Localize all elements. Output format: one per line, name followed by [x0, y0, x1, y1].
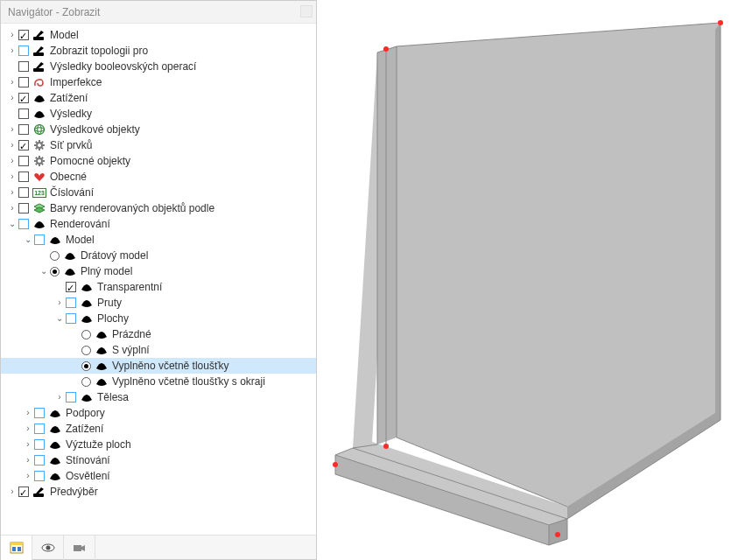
tree-item-bool[interactable]: ›Výsledky booleovských operací [1, 59, 316, 74]
expand-toggle[interactable]: › [22, 421, 34, 437]
render-icon [95, 328, 109, 340]
checkbox[interactable] [18, 187, 29, 198]
tree-item-label: Imperfekce [50, 74, 316, 90]
tree-item-trans[interactable]: ›Transparentní [1, 279, 316, 295]
expand-toggle[interactable]: › [6, 27, 18, 43]
radio[interactable] [50, 267, 60, 276]
checkbox[interactable] [18, 172, 29, 182]
expand-toggle[interactable]: › [53, 295, 66, 311]
tree-item-zat2[interactable]: ›Zatížení [1, 421, 316, 437]
tree-item-vyplt[interactable]: ›Vyplněno včetně tloušťky [1, 358, 316, 374]
3d-viewport[interactable] [318, 0, 731, 560]
tree-item-vyplto[interactable]: ›Vyplněno včetně tloušťky s okraji [1, 374, 316, 389]
tree-item-rend[interactable]: ⌄Renderování [1, 216, 316, 232]
expand-toggle[interactable]: › [6, 43, 18, 59]
expand-toggle[interactable]: › [6, 185, 18, 200]
expand-toggle[interactable]: ⌄ [6, 216, 18, 232]
tree-item-stin[interactable]: ›Stínování [1, 452, 316, 468]
checkbox[interactable] [18, 140, 29, 150]
render-icon [48, 454, 62, 466]
expand-toggle[interactable]: › [6, 484, 18, 500]
expand-toggle[interactable]: › [6, 122, 18, 137]
expand-toggle[interactable]: › [6, 153, 18, 169]
checkbox[interactable] [18, 124, 29, 135]
tree-item-imperf[interactable]: ›Imperfekce [1, 74, 316, 90]
tree-item-prazdne[interactable]: ›Prázdné [1, 326, 316, 342]
checkbox[interactable] [34, 424, 45, 434]
expand-toggle[interactable]: › [6, 137, 18, 153]
checkbox[interactable] [66, 282, 76, 292]
radio[interactable] [81, 330, 91, 340]
checkbox[interactable] [18, 61, 29, 72]
tree-item-plochy[interactable]: ⌄Plochy [1, 311, 316, 326]
svg-rect-1 [11, 542, 23, 545]
checkbox[interactable] [18, 108, 29, 119]
tree-item-rmodel[interactable]: ⌄Model [1, 232, 316, 248]
expand-toggle[interactable]: › [6, 74, 18, 90]
checkbox[interactable] [18, 156, 29, 166]
expand-toggle[interactable]: › [22, 452, 34, 468]
panel-close-icon[interactable] [300, 5, 313, 18]
checkbox[interactable] [18, 93, 29, 103]
tree-item-obec[interactable]: ›Obecné [1, 169, 316, 185]
expand-toggle[interactable]: › [22, 437, 34, 452]
radio[interactable] [81, 346, 91, 355]
tree-item-barvy[interactable]: ›Barvy renderovaných objektů podle [1, 200, 316, 216]
tree-item-osvet[interactable]: ›Osvětlení [1, 468, 316, 484]
radio[interactable] [50, 251, 60, 261]
tree-item-cis[interactable]: ›123Číslování [1, 185, 316, 200]
checkbox[interactable] [18, 486, 29, 497]
tree-item-label: Výsledkové objekty [50, 122, 316, 137]
expand-toggle[interactable]: ⌄ [22, 232, 34, 248]
render-icon [32, 92, 46, 104]
checkbox[interactable] [18, 219, 29, 229]
checkbox[interactable] [66, 298, 76, 308]
svg-marker-12 [377, 46, 397, 444]
tree-item-telesa[interactable]: ›Tělesa [1, 389, 316, 405]
checkbox[interactable] [34, 455, 45, 466]
tree-item-vyzt[interactable]: ›Výztuže ploch [1, 437, 316, 452]
tree-item-podpory[interactable]: ›Podpory [1, 405, 316, 421]
tree-item-topo[interactable]: ›Zobrazit topologii pro [1, 43, 316, 59]
checkbox[interactable] [18, 77, 29, 88]
expand-toggle[interactable]: › [22, 468, 34, 484]
tree-item-sit[interactable]: ›Síť prvků [1, 137, 316, 153]
expand-toggle[interactable]: › [6, 90, 18, 106]
checkbox[interactable] [34, 408, 45, 418]
expand-toggle[interactable]: › [22, 405, 34, 421]
checkbox[interactable] [18, 46, 29, 56]
checkbox[interactable] [18, 203, 29, 214]
checkbox[interactable] [34, 234, 45, 245]
svg-point-16 [718, 20, 723, 25]
tree-item-model[interactable]: ›Model [1, 27, 316, 43]
tree-item-zat[interactable]: ›Zatížení [1, 90, 316, 106]
checkbox[interactable] [66, 313, 76, 324]
tree-item-vysobj[interactable]: ›Výsledkové objekty [1, 122, 316, 137]
tree-item-label: Pruty [97, 295, 316, 311]
tree-item-plny[interactable]: ⌄Plný model [1, 263, 316, 279]
tab-layout[interactable] [1, 536, 32, 560]
tree-item-label: Model [66, 232, 316, 248]
expand-toggle[interactable]: ⌄ [38, 263, 50, 279]
tree-item-label: Pomocné objekty [50, 153, 316, 169]
expand-toggle[interactable]: › [6, 200, 18, 216]
tab-eye[interactable] [32, 536, 64, 560]
tree-item-predvyber[interactable]: ›Předvýběr [1, 484, 316, 500]
checkbox[interactable] [18, 30, 29, 40]
tree-item-vys[interactable]: ›Výsledky [1, 106, 316, 122]
radio[interactable] [81, 377, 91, 387]
checkbox[interactable] [34, 471, 45, 481]
checkbox[interactable] [66, 392, 76, 402]
render-icon [80, 297, 94, 309]
expand-toggle[interactable]: › [53, 389, 66, 405]
expand-toggle[interactable]: ⌄ [53, 311, 66, 326]
tree-view[interactable]: ›Model›Zobrazit topologii pro›Výsledky b… [1, 24, 316, 535]
checkbox[interactable] [34, 439, 45, 450]
tree-item-drato[interactable]: ›Drátový model [1, 248, 316, 263]
tree-item-pruty[interactable]: ›Pruty [1, 295, 316, 311]
tree-item-svypln[interactable]: ›S výplní [1, 342, 316, 358]
tab-camera[interactable] [64, 536, 95, 560]
radio[interactable] [81, 361, 91, 371]
tree-item-pom[interactable]: ›Pomocné objekty [1, 153, 316, 169]
expand-toggle[interactable]: › [6, 169, 18, 185]
